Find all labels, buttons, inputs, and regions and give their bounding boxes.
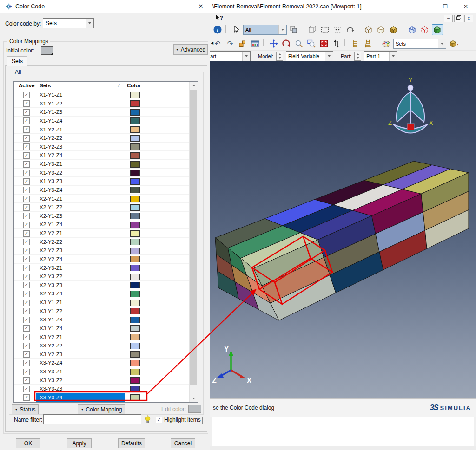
set-color-swatch[interactable] [130,300,140,306]
chevron-down-icon[interactable] [438,39,446,48]
scroll-up-icon[interactable] [190,82,198,89]
set-row[interactable]: ✓X2-Y1-Z3 [14,212,190,221]
set-name[interactable]: X2-Y1-Z2 [36,203,125,211]
manager-dialog-icon[interactable] [250,38,261,49]
view-cut-icon[interactable] [307,24,318,35]
set-color-swatch[interactable] [130,204,140,211]
set-row[interactable]: ✓X1-Y2-Z2 [14,134,190,143]
cancel-button[interactable]: Cancel [171,438,195,448]
sort-icon[interactable]: ∕ [119,83,119,88]
set-active-checkbox[interactable]: ✓ [23,213,30,219]
set-color-swatch[interactable] [130,343,140,349]
set-row[interactable]: ✓X2-Y1-Z4 [14,220,190,229]
set-color-swatch[interactable] [130,126,140,133]
set-color-swatch[interactable] [130,360,140,366]
scrollbar-thumb[interactable] [190,90,197,385]
set-row[interactable]: ✓X1-Y1-Z4 [14,117,190,125]
color-mapping-button[interactable]: ▼ Color Mapping [78,404,125,414]
set-active-checkbox[interactable]: ✓ [23,170,30,176]
set-row[interactable]: ✓X1-Y2-Z1 [14,125,190,134]
select-arrow-icon[interactable] [231,24,242,35]
edit-selection-icon[interactable] [332,24,343,35]
set-row[interactable]: ✓X2-Y2-Z1 [14,229,190,238]
highlight-items-toggle[interactable]: ✓ Highlight items [154,415,203,424]
set-row[interactable]: ✓X3-Y3-Z3 [14,385,190,393]
set-color-swatch[interactable] [130,92,140,98]
set-row[interactable]: ✓X3-Y3-Z4 [14,393,190,402]
set-active-checkbox[interactable]: ✓ [23,300,30,306]
set-color-swatch[interactable] [130,222,140,228]
set-name[interactable]: X2-Y3-Z1 [36,264,125,272]
set-row[interactable]: ✓X3-Y1-Z4 [14,324,190,333]
set-color-swatch[interactable] [130,230,140,237]
render-shaded-icon[interactable] [388,24,399,35]
set-name[interactable]: X3-Y2-Z2 [36,341,125,350]
set-row[interactable]: ✓X2-Y3-Z4 [14,289,190,298]
set-row[interactable]: ✓X2-Y3-Z2 [14,272,190,281]
set-active-checkbox[interactable]: ✓ [23,317,30,323]
minimize-button[interactable]: — [415,0,435,13]
set-row[interactable]: ✓X1-Y2-Z3 [14,143,190,151]
set-color-swatch[interactable] [130,394,140,401]
set-row[interactable]: ✓X1-Y3-Z4 [14,186,190,195]
render-hiddenline-icon[interactable] [376,24,387,35]
render-tapered-beam-icon[interactable] [362,38,373,49]
render-beam-profiles-icon[interactable] [350,38,361,49]
chevron-down-icon[interactable] [389,52,397,61]
set-name[interactable]: X1-Y2-Z1 [36,125,125,134]
set-color-swatch[interactable] [130,369,140,375]
dialog-titlebar[interactable]: Color Code ✕ [0,0,210,13]
set-name[interactable]: X2-Y3-Z4 [36,289,125,298]
set-color-swatch[interactable] [130,117,140,124]
dialog-close-icon[interactable]: ✕ [196,2,206,11]
set-active-checkbox[interactable]: ✓ [23,343,30,349]
set-name[interactable]: X2-Y1-Z4 [36,220,125,228]
module-combo[interactable]: Part [205,51,251,61]
pan-view-icon[interactable] [268,38,279,49]
set-name[interactable]: X2-Y1-Z3 [36,212,125,220]
set-active-checkbox[interactable]: ✓ [23,204,30,211]
set-name[interactable]: X1-Y2-Z4 [36,151,125,159]
set-active-checkbox[interactable]: ✓ [23,100,30,107]
table-scrollbar[interactable] [189,82,198,402]
header-sets[interactable]: Sets [40,83,51,88]
set-name[interactable]: X3-Y2-Z3 [36,350,125,359]
set-active-checkbox[interactable]: ✓ [23,92,30,98]
box-zoom-icon[interactable] [306,38,317,49]
set-color-swatch[interactable] [130,256,140,262]
set-name[interactable]: X3-Y2-Z4 [36,359,125,367]
undo-icon[interactable]: ↶ [212,38,223,49]
set-name[interactable]: X1-Y2-Z2 [36,134,125,142]
set-color-swatch[interactable] [130,282,140,288]
set-name[interactable]: X3-Y1-Z3 [36,315,125,324]
overlay-viewports-icon[interactable] [288,24,299,35]
set-row[interactable]: ✓X1-Y3-Z1 [14,160,190,169]
viewport-canvas[interactable] [210,61,476,398]
set-active-checkbox[interactable]: ✓ [23,178,30,185]
tab-sets[interactable]: Sets [7,56,27,66]
set-active-checkbox[interactable]: ✓ [23,334,30,340]
set-row[interactable]: ✓X1-Y1-Z1 [14,91,190,99]
displayed-objects-combo[interactable]: All [243,25,287,35]
tips-lightbulb-icon[interactable] [144,415,152,425]
set-active-checkbox[interactable]: ✓ [23,377,30,384]
set-name[interactable]: X3-Y3-Z3 [36,385,125,393]
set-active-checkbox[interactable]: ✓ [23,369,30,375]
close-button[interactable]: ✕ [456,0,476,13]
render-wireframe-icon[interactable] [363,24,374,35]
auto-fit-view-icon[interactable] [318,38,330,49]
set-active-checkbox[interactable]: ✓ [23,117,30,124]
show-deformed-icon[interactable] [419,24,430,35]
set-active-checkbox[interactable]: ✓ [23,161,30,168]
set-row[interactable]: ✓X3-Y1-Z1 [14,298,190,307]
set-color-swatch[interactable] [130,239,140,245]
color-code-toggle-icon[interactable] [432,24,443,35]
set-name[interactable]: X2-Y1-Z1 [36,195,125,203]
set-row[interactable]: ✓X1-Y1-Z3 [14,108,190,117]
set-color-swatch[interactable] [130,213,140,219]
set-active-checkbox[interactable]: ✓ [23,394,30,401]
set-name[interactable]: X2-Y3-Z3 [36,281,125,289]
set-name[interactable]: X1-Y1-Z4 [36,117,125,125]
set-name[interactable]: X3-Y1-Z4 [36,324,125,333]
set-active-checkbox[interactable]: ✓ [23,351,30,358]
